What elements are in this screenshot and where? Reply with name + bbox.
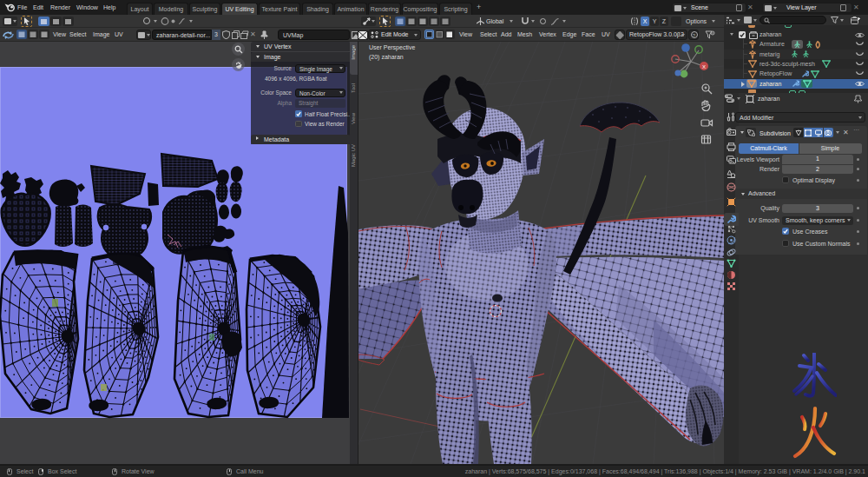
svg-text:X: X (702, 64, 706, 70)
